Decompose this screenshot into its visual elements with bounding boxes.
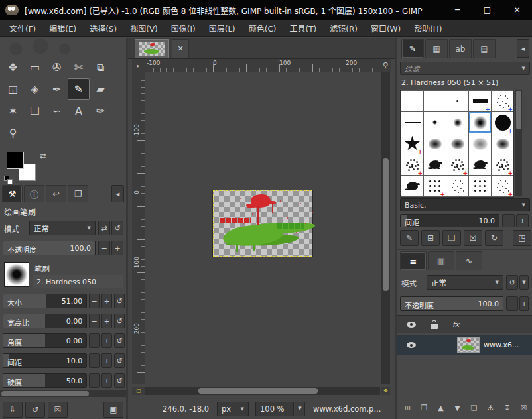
brush-item[interactable] <box>401 112 423 133</box>
transform-tool[interactable]: ◱ <box>2 78 24 100</box>
brush-item[interactable]: + <box>492 91 513 111</box>
reset-mode-button[interactable]: ↺ <box>111 221 123 235</box>
decrease-button[interactable]: − <box>89 353 100 368</box>
menu-item-视图[interactable]: 视图(V) <box>123 20 165 36</box>
ink-tool[interactable]: ✒ <box>46 78 68 100</box>
brush-item[interactable] <box>446 112 468 133</box>
menu-item-图层[interactable]: 图层(L) <box>202 20 242 36</box>
close-button[interactable]: ✕ <box>502 0 532 20</box>
zoom-dropdown-button[interactable]: ▼ <box>295 402 305 416</box>
raise-layer-button[interactable]: ▲ <box>433 400 448 416</box>
channels-tab[interactable]: ▥ <box>428 251 454 270</box>
layer-row[interactable]: www.x6... <box>397 335 532 355</box>
restore-defaults-button[interactable]: ↺ <box>25 402 45 418</box>
collapse-dock-button[interactable]: ◂ <box>111 185 124 202</box>
brush-item[interactable] <box>446 91 468 111</box>
paths-tab[interactable]: ∿ <box>456 251 482 270</box>
brush-preview[interactable] <box>4 262 29 287</box>
increase-button[interactable]: + <box>101 294 112 308</box>
reset-all-button[interactable]: ▣ <box>103 402 123 418</box>
anchor-layer-button[interactable]: ⚓ <box>483 400 498 416</box>
brush-item[interactable] <box>469 112 491 133</box>
layer-visibility-toggle[interactable] <box>407 342 416 348</box>
rectangle-select-tool[interactable]: ▭ <box>24 56 46 78</box>
opacity-slider[interactable]: 不透明度100.0 <box>3 241 96 255</box>
brushes-tab[interactable]: ✎ <box>401 39 424 58</box>
brush-item[interactable]: + <box>469 91 491 111</box>
menu-item-工具[interactable]: 工具(T) <box>283 20 324 36</box>
save-tool-preset-button[interactable]: ⇩ <box>3 402 23 418</box>
zoom-tool[interactable]: ⚲ <box>2 122 24 144</box>
brush-name-button[interactable]: 2. Hardness 050 <box>33 275 123 288</box>
edit-brush-button[interactable]: ✎ <box>400 230 419 246</box>
reset-button[interactable]: ↺ <box>114 314 125 328</box>
scrollbar-thumb[interactable] <box>198 388 318 394</box>
menu-item-滤镜[interactable]: 滤镜(R) <box>323 20 364 36</box>
maximize-button[interactable]: □ <box>472 0 502 20</box>
vertical-scrollbar[interactable] <box>381 72 390 384</box>
switch-mode-group-button[interactable]: ⇄ <box>98 221 110 235</box>
menu-item-图像[interactable]: 图像(I) <box>165 20 202 36</box>
reset-button[interactable]: ↺ <box>114 353 125 368</box>
layer-mode-select[interactable]: 正常 ▼ <box>427 275 503 290</box>
brush-list-scrollbar[interactable] <box>515 90 522 196</box>
minimize-button[interactable]: ─ <box>442 0 472 20</box>
image-tab[interactable] <box>135 39 169 58</box>
increase-opacity-button[interactable]: + <box>519 296 529 311</box>
brush-item[interactable]: + <box>492 112 513 133</box>
switch-mode-group-button[interactable]: ↺ <box>506 275 518 290</box>
menu-item-帮助[interactable]: 帮助(H) <box>407 20 448 36</box>
menu-item-选择[interactable]: 选择(S) <box>83 20 123 36</box>
delete-tool-preset-button[interactable]: ☒ <box>48 402 68 418</box>
menu-item-编辑[interactable]: 编辑(E) <box>42 20 83 36</box>
refresh-brushes-button[interactable]: ↻ <box>485 230 503 246</box>
text-tool[interactable]: A <box>68 100 90 122</box>
layers-tab[interactable]: ≣ <box>400 251 427 270</box>
decrease-button[interactable]: − <box>89 373 100 388</box>
brush-item[interactable] <box>424 154 446 175</box>
device-status-tab[interactable]: ⓘ <box>24 185 44 202</box>
scissors-select-tool[interactable]: ✄ <box>68 56 90 78</box>
vertical-ruler[interactable]: -1000100200 <box>132 72 145 384</box>
increase-button[interactable]: + <box>101 314 112 328</box>
new-layer-button[interactable]: ⊞ <box>400 400 415 416</box>
bucket-fill-tool[interactable]: ◈ <box>24 78 46 100</box>
duplicate-brush-button[interactable]: ❏ <box>442 230 461 246</box>
quick-mask-toggle[interactable]: ▢ <box>132 387 145 395</box>
collapse-dock-button[interactable]: ◂ <box>517 39 529 58</box>
brush-item[interactable]: + <box>401 154 423 175</box>
scrollbar-thumb[interactable] <box>383 158 389 291</box>
paintbrush-tool[interactable]: ✎ <box>68 78 90 100</box>
increase-button[interactable]: + <box>101 373 112 388</box>
paint-mode-select[interactable]: 正常 ▼ <box>29 221 96 235</box>
menu-item-窗口[interactable]: 窗口(W) <box>364 20 407 36</box>
brush-item[interactable] <box>401 176 423 196</box>
brush-item[interactable]: + <box>492 154 513 175</box>
menu-item-颜色[interactable]: 颜色(C) <box>242 20 283 36</box>
brush-item[interactable] <box>446 133 468 154</box>
lock-icon[interactable] <box>431 324 438 329</box>
间距-slider[interactable]: 间距10.0 <box>3 353 87 368</box>
brush-item[interactable] <box>401 91 423 111</box>
crop-tool[interactable]: ⧉ <box>90 56 111 78</box>
document-history-tab[interactable]: ▤ <box>473 39 496 58</box>
duplicate-layer-button[interactable]: ❏ <box>466 400 482 416</box>
brush-item[interactable]: + <box>401 133 423 154</box>
foreground-color-swatch[interactable] <box>7 152 24 169</box>
unit-select[interactable]: px ▼ <box>217 402 249 416</box>
free-select-tool[interactable]: ✇ <box>46 56 68 78</box>
increase-button[interactable]: + <box>101 353 112 368</box>
delete-layer-button[interactable]: ☒ <box>516 400 531 416</box>
horizontal-scrollbar[interactable] <box>145 387 380 395</box>
reset-button[interactable]: ↺ <box>114 373 125 388</box>
硬度-slider[interactable]: 硬度50.0 <box>3 373 87 388</box>
spacing-slider[interactable]: 间距10.0 <box>400 214 499 227</box>
layer-opacity-slider[interactable]: 不透明度100.0 <box>400 296 503 311</box>
zoom-follow-window-button[interactable]: ⚲ <box>380 59 391 72</box>
宽高比-slider[interactable]: 宽高比0.00 <box>3 314 87 328</box>
canvas-image[interactable] <box>213 190 312 257</box>
decrease-button[interactable]: − <box>89 314 100 328</box>
decrease-spacing-button[interactable]: − <box>502 214 515 227</box>
eraser-tool[interactable]: ▰ <box>90 78 111 100</box>
brush-item[interactable] <box>446 176 468 196</box>
